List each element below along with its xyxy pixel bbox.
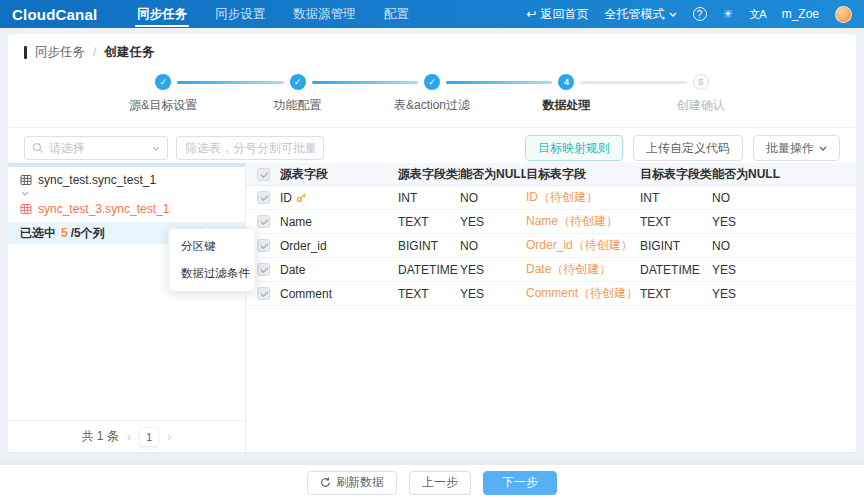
nav-tab-sync-settings[interactable]: 同步设置 <box>201 0 279 28</box>
breadcrumb-accent-bar <box>24 46 27 59</box>
table-row: ID INT NO ID（待创建） INT NO <box>246 186 856 210</box>
theme-sun-icon[interactable]: ☀ <box>723 8 734 20</box>
primary-key-icon <box>296 192 307 203</box>
next-step-button[interactable]: 下一步 <box>483 471 557 495</box>
language-icon[interactable]: 文A <box>749 7 765 22</box>
app-window: CloudCanal 同步任务 同步设置 数据源管理 配置 ↩ 返回首页 全托管… <box>0 0 864 500</box>
actions-dropdown-menu: 分区键 数据过滤条件 <box>168 228 256 292</box>
page-title: 创建任务 <box>104 44 154 61</box>
breadcrumb: 同步任务 / 创建任务 <box>8 34 856 60</box>
pagination-next-icon[interactable]: › <box>167 429 171 444</box>
pagination-total: 共 1 条 <box>81 428 118 445</box>
chevron-down-icon <box>669 12 677 17</box>
field-mapping-table: 源表字段 源表字段类型 能否为NULL 目标表字段 目标表字段类型 能否为NUL… <box>246 163 856 452</box>
row-checkbox[interactable] <box>257 287 270 300</box>
selected-count: 5 <box>61 226 68 240</box>
target-mapping-rules-button[interactable]: 目标映射规则 <box>525 135 623 161</box>
help-icon[interactable]: ? <box>693 7 707 21</box>
nav-tab-config[interactable]: 配置 <box>370 0 423 28</box>
row-checkbox[interactable] <box>257 263 270 276</box>
username[interactable]: m_Zoe <box>782 7 819 21</box>
content-split: sync_test.sync_test_1 sync_test_3.sync_t… <box>8 163 856 452</box>
breadcrumb-separator: / <box>93 45 96 59</box>
row-checkbox[interactable] <box>257 215 270 228</box>
step-function-config[interactable]: ✓ 功能配置 <box>230 74 364 114</box>
chevron-down-icon <box>152 146 160 151</box>
step-number: 4 <box>558 74 574 90</box>
breadcrumb-section[interactable]: 同步任务 <box>35 44 85 61</box>
return-icon: ↩ <box>526 8 536 20</box>
upload-custom-code-button[interactable]: 上传自定义代码 <box>633 135 743 161</box>
nav-tab-datasource-mgmt[interactable]: 数据源管理 <box>279 0 370 28</box>
step-create-confirm[interactable]: 5 创建确认 <box>634 74 768 114</box>
panel-top-strip <box>8 163 245 167</box>
nav-tab-sync-tasks[interactable]: 同步任务 <box>123 0 201 28</box>
main-card: 同步任务 / 创建任务 ✓ 源&目标设置 ✓ 功能配置 ✓ 表&action过滤… <box>8 34 856 452</box>
step-check-icon: ✓ <box>424 74 440 90</box>
chevron-down-icon <box>819 146 827 151</box>
previous-step-button[interactable]: 上一步 <box>409 471 471 495</box>
step-check-icon: ✓ <box>290 74 306 90</box>
table-grid-icon-red <box>20 203 32 215</box>
refresh-data-button[interactable]: 刷新数据 <box>307 471 397 495</box>
tree-expand-chevron-icon[interactable] <box>8 191 245 200</box>
step-source-target[interactable]: ✓ 源&目标设置 <box>96 74 230 114</box>
refresh-icon <box>320 477 331 488</box>
step-number: 5 <box>693 74 709 90</box>
pagination-prev-icon[interactable]: ‹ <box>127 429 131 444</box>
batch-actions-button[interactable]: 批量操作 <box>753 135 840 161</box>
navbar-right: ↩ 返回首页 全托管模式 ? ☀ 文A m_Zoe <box>526 6 852 23</box>
select-all-checkbox[interactable] <box>257 168 270 181</box>
tree-item-source-table[interactable]: sync_test.sync_test_1 <box>8 169 245 191</box>
pagination: 共 1 条 ‹ 1 › <box>8 420 245 452</box>
tree-item-target-table[interactable]: sync_test_3.sync_test_1 <box>8 200 245 218</box>
table-tree-panel: sync_test.sync_test_1 sync_test_3.sync_t… <box>8 163 246 452</box>
table-row: Order_id BIGINT NO Order_id（待创建） BIGINT … <box>246 234 856 258</box>
table-row: Name TEXT YES Name（待创建） TEXT YES <box>246 210 856 234</box>
managed-mode-dropdown[interactable]: 全托管模式 <box>605 6 677 23</box>
table-search-input[interactable] <box>176 136 324 160</box>
avatar[interactable] <box>835 6 852 23</box>
wizard-stepper: ✓ 源&目标设置 ✓ 功能配置 ✓ 表&action过滤 4 数据处理 5 创建… <box>96 74 768 114</box>
filter-select[interactable] <box>24 136 168 160</box>
main-menu: 同步任务 同步设置 数据源管理 配置 <box>123 0 423 28</box>
app-logo[interactable]: CloudCanal <box>12 6 97 23</box>
table-grid-icon <box>20 174 32 186</box>
menu-item-partition-key[interactable]: 分区键 <box>169 233 255 260</box>
filter-select-input[interactable] <box>49 141 147 155</box>
step-table-action-filter[interactable]: ✓ 表&action过滤 <box>365 74 499 114</box>
wizard-footer: 刷新数据 上一步 下一步 <box>0 464 864 500</box>
table-row: Comment TEXT YES Comment（待创建） TEXT YES <box>246 282 856 306</box>
menu-item-data-filter[interactable]: 数据过滤条件 <box>169 260 255 287</box>
top-navbar: CloudCanal 同步任务 同步设置 数据源管理 配置 ↩ 返回首页 全托管… <box>0 0 864 28</box>
step-data-processing[interactable]: 4 数据处理 <box>499 74 633 114</box>
pagination-page-1[interactable]: 1 <box>139 427 159 447</box>
row-checkbox[interactable] <box>257 239 270 252</box>
table-row: Date DATETIME YES Date（待创建） DATETIME YES <box>246 258 856 282</box>
toolbar-buttons: 目标映射规则 上传自定义代码 批量操作 <box>525 135 840 161</box>
search-icon <box>32 142 44 154</box>
table-header-row: 源表字段 源表字段类型 能否为NULL 目标表字段 目标表字段类型 能否为NUL… <box>246 163 856 186</box>
step-check-icon: ✓ <box>155 74 171 90</box>
row-checkbox[interactable] <box>257 191 270 204</box>
toolbar: 目标映射规则 上传自定义代码 批量操作 <box>8 128 856 161</box>
back-home-link[interactable]: ↩ 返回首页 <box>526 6 588 23</box>
